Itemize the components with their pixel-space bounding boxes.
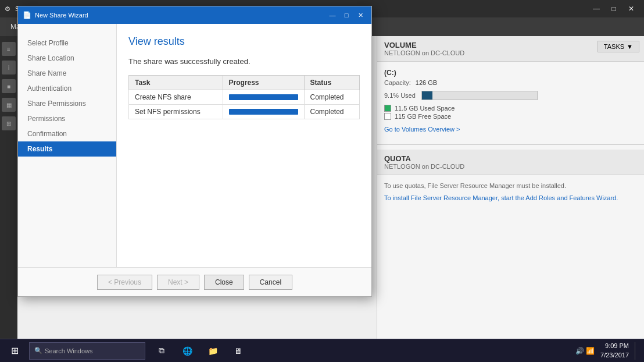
wizard-titlebar: 📄 New Share Wizard — □ ✕ — [18, 6, 371, 24]
sidebar-icon-2[interactable]: i — [2, 61, 16, 74]
taskbar: ⊞ 🔍 Search Windows ⧉ 🌐 📁 🖥 🔊 📶 9:09 PM 7… — [0, 339, 644, 362]
previous-button[interactable]: < Previous — [97, 275, 152, 290]
goto-volumes-link[interactable]: Go to Volumes Overview > — [384, 126, 637, 133]
taskbar-time: 9:09 PM 7/23/2017 — [600, 342, 629, 360]
sidebar-icon-3[interactable]: ■ — [2, 79, 16, 93]
results-table: Task Progress Status Create NFS share Co… — [128, 75, 360, 119]
ie-btn[interactable]: 🌐 — [176, 339, 199, 363]
wizard-title: New Share Wizard — [35, 12, 88, 19]
wizard-maximize-btn[interactable]: □ — [340, 9, 353, 22]
taskbar-right: 🔊 📶 9:09 PM 7/23/2017 — [575, 342, 644, 360]
wizard-minimize-btn[interactable]: — — [326, 9, 339, 22]
wizard-titlebar-icon: 📄 — [23, 11, 31, 19]
sidebar-icon-1[interactable]: ≡ — [2, 42, 16, 56]
date-display: 7/23/2017 — [600, 351, 629, 360]
success-message: The share was successfully created. — [128, 57, 360, 66]
wizard-content: View results The share was successfully … — [117, 24, 371, 267]
quota-panel-header: QUOTA NETLOGON on DC-CLOUD — [377, 150, 644, 175]
time-display: 9:09 PM — [600, 342, 629, 350]
legend-used-label: 11.5 GB Used Space — [395, 105, 455, 112]
sm-maximize-btn[interactable]: □ — [606, 1, 622, 17]
wizard-nav-select-profile[interactable]: Select Profile — [18, 36, 116, 51]
quota-install-link[interactable]: To install File Server Resource Manager,… — [384, 194, 618, 201]
col-progress: Progress — [223, 76, 304, 90]
sm-close-btn[interactable]: ✕ — [623, 1, 639, 17]
row1-status: Completed — [304, 90, 359, 105]
sidebar-icon-5[interactable]: ⊞ — [2, 116, 16, 130]
show-desktop-btn[interactable] — [635, 342, 638, 360]
taskbar-icons: ⧉ 🌐 📁 🖥 — [145, 339, 255, 363]
legend-free-label: 115 GB Free Space — [395, 113, 451, 120]
row1-progress-cell — [223, 90, 304, 105]
volume-section: (C:) Capacity: 126 GB 9.1% Used 11.5 GB … — [377, 62, 644, 140]
divider — [377, 144, 644, 145]
start-button[interactable]: ⊞ — [0, 339, 29, 363]
quota-note: To use quotas, File Server Resource Mana… — [384, 182, 637, 189]
usage-bar-fill — [422, 91, 432, 100]
legend-free: 115 GB Free Space — [384, 113, 637, 120]
wizard-nav: Select Profile Share Location Share Name… — [18, 24, 117, 267]
row2-status: Completed — [304, 105, 359, 119]
table-row: Create NFS share Completed — [129, 90, 360, 105]
system-tray: 🔊 📶 — [575, 347, 595, 355]
wizard-nav-results[interactable]: Results — [18, 141, 116, 157]
volume-panel-header: VOLUME NETLOGON on DC-CLOUD TASKS ▼ — [377, 36, 644, 62]
usage-percent-label: 9.1% Used — [384, 92, 416, 99]
volume-drive: (C:) — [384, 69, 637, 77]
wizard-titlebar-controls: — □ ✕ — [326, 9, 367, 22]
wizard-nav-confirmation[interactable]: Confirmation — [18, 126, 116, 141]
wizard-nav-authentication[interactable]: Authentication — [18, 81, 116, 96]
sm-right-panel: VOLUME NETLOGON on DC-CLOUD TASKS ▼ (C:)… — [377, 36, 644, 339]
row1-task: Create NFS share — [129, 90, 223, 105]
cancel-button[interactable]: Cancel — [249, 275, 292, 290]
wizard-nav-share-location[interactable]: Share Location — [18, 51, 116, 66]
legend-used-box — [384, 105, 391, 112]
sm-titlebar-controls: — □ ✕ — [588, 1, 639, 17]
explorer-btn[interactable]: 📁 — [201, 339, 224, 363]
task-view-btn[interactable]: ⧉ — [150, 339, 173, 363]
taskbar-search-text: Search Windows — [45, 347, 93, 354]
wizard-close-btn[interactable]: ✕ — [354, 9, 367, 22]
sm-minimize-btn[interactable]: — — [588, 1, 604, 17]
wizard-footer: < Previous Next > Close Cancel — [18, 267, 371, 296]
wizard-nav-permissions[interactable]: Permissions — [18, 111, 116, 126]
wizard-dialog: 📄 New Share Wizard — □ ✕ Select Profile … — [17, 6, 372, 297]
next-button[interactable]: Next > — [157, 275, 199, 290]
col-status: Status — [304, 76, 359, 90]
row1-progress-bar — [229, 94, 298, 100]
sidebar-icon-4[interactable]: ▦ — [2, 98, 16, 112]
close-button[interactable]: Close — [204, 275, 244, 290]
sm-left-sidebar: ≡ i ■ ▦ ⊞ — [0, 36, 17, 339]
quota-subtitle: NETLOGON on DC-CLOUD — [384, 163, 637, 170]
wizard-body: Select Profile Share Location Share Name… — [18, 24, 371, 267]
usage-bar-container — [421, 91, 538, 100]
legend-free-box — [384, 113, 391, 120]
tasks-label: TASKS — [604, 43, 624, 50]
row2-progress-cell — [223, 105, 304, 119]
server-mgr-taskbar-btn[interactable]: 🖥 — [227, 339, 250, 363]
usage-legend: 11.5 GB Used Space 115 GB Free Space — [384, 105, 637, 120]
wizard-nav-share-name[interactable]: Share Name — [18, 66, 116, 81]
tasks-chevron-icon: ▼ — [627, 43, 633, 50]
row2-task: Set NFS permissions — [129, 105, 223, 119]
row2-progress-bar — [229, 109, 298, 115]
table-row: Set NFS permissions Completed — [129, 105, 360, 119]
quota-section: To use quotas, File Server Resource Mana… — [377, 175, 644, 209]
sm-app-icon: ⚙ — [5, 5, 10, 13]
tasks-button[interactable]: TASKS ▼ — [598, 41, 639, 52]
wizard-nav-share-permissions[interactable]: Share Permissions — [18, 96, 116, 111]
capacity-value: 126 GB — [416, 79, 437, 86]
taskbar-search-area[interactable]: 🔍 Search Windows — [29, 342, 145, 360]
quota-title: QUOTA — [384, 154, 637, 163]
wizard-page-title: View results — [128, 36, 360, 48]
volume-capacity-row: Capacity: 126 GB — [384, 79, 637, 86]
search-icon: 🔍 — [34, 347, 42, 354]
col-task: Task — [129, 76, 223, 90]
capacity-label: Capacity: — [384, 79, 411, 86]
legend-used: 11.5 GB Used Space — [384, 105, 637, 112]
